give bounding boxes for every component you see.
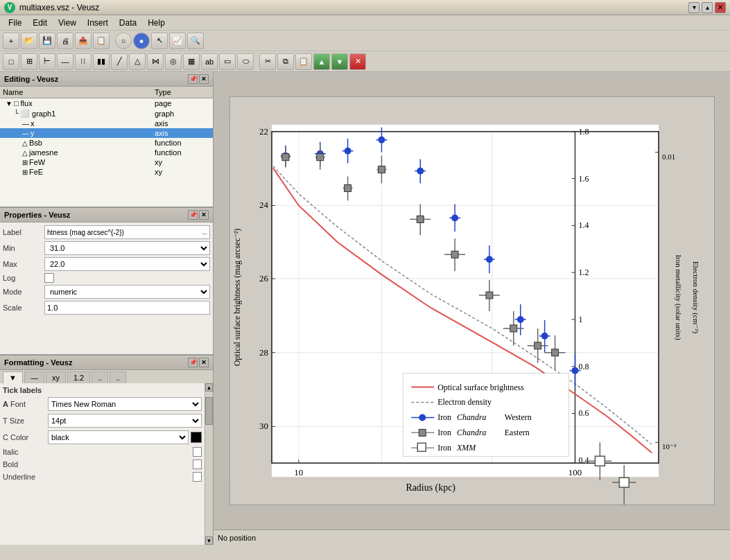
- menu-view[interactable]: View: [53, 17, 82, 29]
- menu-edit[interactable]: Edit: [27, 17, 53, 29]
- mode-select[interactable]: ○: [115, 33, 132, 49]
- prop-min-select[interactable]: 31.0: [44, 241, 210, 255]
- fmt-tab-line[interactable]: —: [24, 371, 44, 383]
- svg-rect-136: [419, 429, 426, 436]
- fmt-panel-pin[interactable]: 📌: [188, 358, 198, 367]
- prop-max-select[interactable]: 22.0: [44, 257, 210, 271]
- maximize-button[interactable]: ▴: [702, 2, 713, 13]
- tree-row-bsb[interactable]: △ Bsb function: [0, 138, 213, 148]
- menu-insert[interactable]: Insert: [82, 17, 114, 29]
- tree-expand-icon: ▼: [6, 100, 12, 107]
- fmt-tab-xy[interactable]: xy: [46, 371, 66, 383]
- scrollbar-thumb[interactable]: [205, 397, 213, 425]
- save-button[interactable]: 💾: [39, 33, 55, 49]
- svg-text:0.01: 0.01: [662, 152, 675, 161]
- tool-copy[interactable]: ⧉: [277, 53, 294, 70]
- fmt-underline-row: Underline: [3, 472, 202, 482]
- fmt-tab-dots1[interactable]: ..: [92, 371, 108, 383]
- svg-text:100: 100: [568, 467, 581, 478]
- fmt-size-select[interactable]: 14pt 10pt 12pt: [48, 414, 202, 428]
- tool-delete[interactable]: ✕: [349, 53, 366, 70]
- tree-panel-pin[interactable]: 📌: [188, 74, 198, 84]
- minimize-button[interactable]: ▾: [688, 2, 699, 13]
- mode-zoom[interactable]: 🔍: [187, 33, 204, 49]
- tool-page[interactable]: □: [3, 53, 19, 70]
- close-button[interactable]: ✕: [715, 2, 726, 13]
- tree-node-type7: xy: [155, 158, 210, 166]
- fmt-bold-checkbox[interactable]: [193, 460, 202, 469]
- tool-axis[interactable]: ⊢: [39, 53, 55, 70]
- open-button[interactable]: 📂: [21, 33, 37, 49]
- export2-button[interactable]: 📋: [93, 33, 110, 49]
- new-button[interactable]: +: [3, 33, 19, 49]
- fmt-panel-close[interactable]: ✕: [199, 358, 209, 367]
- props-panel-pin[interactable]: 📌: [188, 210, 198, 220]
- tool-up[interactable]: ▲: [313, 53, 330, 70]
- prop-label-edit-icon[interactable]: ...: [202, 229, 207, 236]
- tool-paste[interactable]: 📋: [295, 53, 312, 70]
- tree-panel-close[interactable]: ✕: [199, 74, 209, 84]
- tree-row-graph1[interactable]: └ ⬜ graph1 graph: [0, 108, 213, 119]
- mode-arrow[interactable]: ↖: [151, 33, 168, 49]
- tree-row-fee[interactable]: ⊞ FeE xy: [0, 167, 213, 177]
- prop-log-checkbox[interactable]: [44, 273, 54, 283]
- prop-mode-select[interactable]: numeric: [44, 285, 210, 299]
- tool-down[interactable]: ▼: [331, 53, 348, 70]
- tree-row-flux[interactable]: ▼ □ flux page: [0, 98, 213, 108]
- tool-func[interactable]: △: [129, 53, 146, 70]
- scrollbar-down-arrow[interactable]: ▼: [205, 536, 213, 545]
- svg-point-64: [344, 148, 351, 155]
- tree-row-jamesne[interactable]: △ jamesne function: [0, 148, 213, 157]
- props-panel-close[interactable]: ✕: [199, 210, 209, 220]
- menu-help[interactable]: Help: [142, 17, 171, 29]
- tool-graph2[interactable]: ⊞: [21, 53, 37, 70]
- tree-row-x[interactable]: — x axis: [0, 119, 213, 128]
- fmt-tabs: ▼ — xy 1.2 .. ..: [0, 370, 213, 383]
- menu-data[interactable]: Data: [114, 17, 142, 29]
- fmt-tab-dots2[interactable]: ..: [110, 371, 126, 383]
- print-button[interactable]: 🖨: [57, 33, 73, 49]
- tool-vector[interactable]: ⋈: [147, 53, 164, 70]
- fmt-color-select[interactable]: black red blue: [48, 430, 189, 444]
- tool-cut[interactable]: ✂: [259, 53, 276, 70]
- mode-graph[interactable]: 📈: [169, 33, 186, 49]
- svg-text:30: 30: [259, 421, 268, 431]
- fmt-font-row: A Font Times New Roman Arial Helvetica: [3, 397, 202, 411]
- scrollbar-up-arrow[interactable]: ▲: [205, 383, 213, 392]
- tool-pie[interactable]: ◎: [165, 53, 182, 70]
- fmt-panel-header: Formatting - Veusz 📌 ✕: [0, 356, 213, 370]
- fmt-panel-title: Formatting - Veusz: [4, 358, 72, 367]
- tree-header: Name Type: [0, 87, 213, 98]
- fmt-scrollbar[interactable]: ▲ ▼: [205, 383, 213, 545]
- tool-bar[interactable]: ▮▮: [93, 53, 110, 70]
- prop-max-name: Max: [3, 260, 44, 268]
- titlebar-icon: V: [4, 2, 15, 13]
- svg-rect-124: [619, 478, 629, 487]
- fmt-font-select[interactable]: Times New Roman Arial Helvetica: [48, 397, 202, 411]
- svg-text:Iron: Iron: [437, 428, 451, 437]
- fmt-underline-checkbox[interactable]: [193, 472, 202, 482]
- tool-ellipse[interactable]: ⬭: [237, 53, 254, 70]
- svg-rect-100: [417, 216, 424, 222]
- titlebar-controls: ▾ ▴ ✕: [688, 2, 726, 13]
- tool-image[interactable]: ▦: [183, 53, 200, 70]
- tool-text[interactable]: ab: [201, 53, 218, 70]
- tool-rect[interactable]: ▭: [219, 53, 236, 70]
- fmt-tab-down[interactable]: ▼: [3, 371, 23, 383]
- svg-point-79: [516, 316, 523, 323]
- tree-row-few[interactable]: ⊞ FeW xy: [0, 157, 213, 167]
- svg-rect-103: [451, 251, 458, 258]
- svg-rect-109: [510, 325, 516, 332]
- fmt-tab-12[interactable]: 1.2: [67, 371, 90, 383]
- mode-draw[interactable]: ●: [133, 33, 150, 49]
- size-icon: T: [3, 417, 8, 425]
- tree-row-y[interactable]: — y axis: [0, 128, 213, 138]
- fmt-italic-checkbox[interactable]: [193, 447, 202, 457]
- export-button[interactable]: 📤: [75, 33, 92, 49]
- tool-xy[interactable]: ⁝⁝: [75, 53, 92, 70]
- fmt-font-label: Font: [10, 400, 26, 408]
- menu-file[interactable]: File: [3, 17, 27, 29]
- tool-line[interactable]: —: [57, 53, 73, 70]
- tool-plot[interactable]: ╱: [111, 53, 128, 70]
- color-swatch[interactable]: [191, 432, 202, 443]
